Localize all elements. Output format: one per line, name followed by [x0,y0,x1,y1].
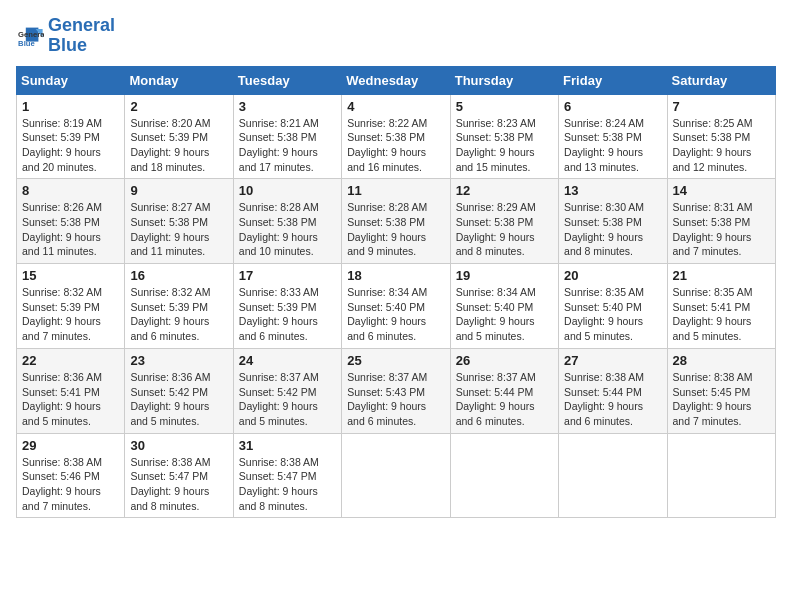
day-number: 21 [673,268,770,283]
header-tuesday: Tuesday [233,66,341,94]
day-info: Sunrise: 8:30 AM Sunset: 5:38 PM Dayligh… [564,200,661,259]
cell-week3-day6: 21 Sunrise: 8:35 AM Sunset: 5:41 PM Dayl… [667,264,775,349]
day-number: 17 [239,268,336,283]
logo-icon: General Blue [16,22,44,50]
cell-week5-day5 [559,433,667,518]
cell-week4-day0: 22 Sunrise: 8:36 AM Sunset: 5:41 PM Dayl… [17,348,125,433]
cell-week4-day5: 27 Sunrise: 8:38 AM Sunset: 5:44 PM Dayl… [559,348,667,433]
day-number: 7 [673,99,770,114]
page-header: General Blue General Blue [16,16,776,56]
header-thursday: Thursday [450,66,558,94]
cell-week3-day1: 16 Sunrise: 8:32 AM Sunset: 5:39 PM Dayl… [125,264,233,349]
day-number: 30 [130,438,227,453]
day-number: 13 [564,183,661,198]
day-info: Sunrise: 8:34 AM Sunset: 5:40 PM Dayligh… [347,285,444,344]
day-info: Sunrise: 8:31 AM Sunset: 5:38 PM Dayligh… [673,200,770,259]
day-info: Sunrise: 8:28 AM Sunset: 5:38 PM Dayligh… [239,200,336,259]
cell-week2-day0: 8 Sunrise: 8:26 AM Sunset: 5:38 PM Dayli… [17,179,125,264]
day-info: Sunrise: 8:21 AM Sunset: 5:38 PM Dayligh… [239,116,336,175]
day-info: Sunrise: 8:28 AM Sunset: 5:38 PM Dayligh… [347,200,444,259]
cell-week1-day5: 6 Sunrise: 8:24 AM Sunset: 5:38 PM Dayli… [559,94,667,179]
cell-week5-day4 [450,433,558,518]
cell-week2-day4: 12 Sunrise: 8:29 AM Sunset: 5:38 PM Dayl… [450,179,558,264]
week-row-2: 8 Sunrise: 8:26 AM Sunset: 5:38 PM Dayli… [17,179,776,264]
header-monday: Monday [125,66,233,94]
cell-week5-day0: 29 Sunrise: 8:38 AM Sunset: 5:46 PM Dayl… [17,433,125,518]
header-wednesday: Wednesday [342,66,450,94]
day-number: 19 [456,268,553,283]
day-info: Sunrise: 8:38 AM Sunset: 5:47 PM Dayligh… [130,455,227,514]
day-info: Sunrise: 8:38 AM Sunset: 5:44 PM Dayligh… [564,370,661,429]
day-info: Sunrise: 8:37 AM Sunset: 5:43 PM Dayligh… [347,370,444,429]
week-row-3: 15 Sunrise: 8:32 AM Sunset: 5:39 PM Dayl… [17,264,776,349]
cell-week2-day5: 13 Sunrise: 8:30 AM Sunset: 5:38 PM Dayl… [559,179,667,264]
day-number: 25 [347,353,444,368]
day-number: 12 [456,183,553,198]
week-row-4: 22 Sunrise: 8:36 AM Sunset: 5:41 PM Dayl… [17,348,776,433]
day-number: 18 [347,268,444,283]
day-info: Sunrise: 8:20 AM Sunset: 5:39 PM Dayligh… [130,116,227,175]
day-info: Sunrise: 8:29 AM Sunset: 5:38 PM Dayligh… [456,200,553,259]
cell-week5-day6 [667,433,775,518]
cell-week3-day3: 18 Sunrise: 8:34 AM Sunset: 5:40 PM Dayl… [342,264,450,349]
day-number: 11 [347,183,444,198]
day-info: Sunrise: 8:19 AM Sunset: 5:39 PM Dayligh… [22,116,119,175]
day-info: Sunrise: 8:38 AM Sunset: 5:47 PM Dayligh… [239,455,336,514]
day-number: 1 [22,99,119,114]
day-number: 29 [22,438,119,453]
cell-week5-day1: 30 Sunrise: 8:38 AM Sunset: 5:47 PM Dayl… [125,433,233,518]
day-number: 27 [564,353,661,368]
day-number: 9 [130,183,227,198]
day-number: 22 [22,353,119,368]
cell-week4-day4: 26 Sunrise: 8:37 AM Sunset: 5:44 PM Dayl… [450,348,558,433]
cell-week4-day2: 24 Sunrise: 8:37 AM Sunset: 5:42 PM Dayl… [233,348,341,433]
day-number: 31 [239,438,336,453]
cell-week3-day0: 15 Sunrise: 8:32 AM Sunset: 5:39 PM Dayl… [17,264,125,349]
week-row-1: 1 Sunrise: 8:19 AM Sunset: 5:39 PM Dayli… [17,94,776,179]
day-number: 10 [239,183,336,198]
day-number: 28 [673,353,770,368]
logo: General Blue General Blue [16,16,115,56]
day-info: Sunrise: 8:36 AM Sunset: 5:41 PM Dayligh… [22,370,119,429]
cell-week1-day6: 7 Sunrise: 8:25 AM Sunset: 5:38 PM Dayli… [667,94,775,179]
day-info: Sunrise: 8:32 AM Sunset: 5:39 PM Dayligh… [22,285,119,344]
day-info: Sunrise: 8:32 AM Sunset: 5:39 PM Dayligh… [130,285,227,344]
day-number: 24 [239,353,336,368]
day-info: Sunrise: 8:23 AM Sunset: 5:38 PM Dayligh… [456,116,553,175]
day-info: Sunrise: 8:35 AM Sunset: 5:41 PM Dayligh… [673,285,770,344]
cell-week2-day2: 10 Sunrise: 8:28 AM Sunset: 5:38 PM Dayl… [233,179,341,264]
cell-week4-day6: 28 Sunrise: 8:38 AM Sunset: 5:45 PM Dayl… [667,348,775,433]
day-number: 16 [130,268,227,283]
day-number: 20 [564,268,661,283]
day-number: 14 [673,183,770,198]
weekday-header-row: SundayMondayTuesdayWednesdayThursdayFrid… [17,66,776,94]
day-info: Sunrise: 8:37 AM Sunset: 5:42 PM Dayligh… [239,370,336,429]
day-number: 26 [456,353,553,368]
svg-text:Blue: Blue [18,39,35,48]
cell-week1-day1: 2 Sunrise: 8:20 AM Sunset: 5:39 PM Dayli… [125,94,233,179]
week-row-5: 29 Sunrise: 8:38 AM Sunset: 5:46 PM Dayl… [17,433,776,518]
day-info: Sunrise: 8:38 AM Sunset: 5:45 PM Dayligh… [673,370,770,429]
cell-week5-day3 [342,433,450,518]
cell-week1-day0: 1 Sunrise: 8:19 AM Sunset: 5:39 PM Dayli… [17,94,125,179]
header-saturday: Saturday [667,66,775,94]
day-number: 5 [456,99,553,114]
cell-week3-day5: 20 Sunrise: 8:35 AM Sunset: 5:40 PM Dayl… [559,264,667,349]
day-info: Sunrise: 8:35 AM Sunset: 5:40 PM Dayligh… [564,285,661,344]
day-info: Sunrise: 8:26 AM Sunset: 5:38 PM Dayligh… [22,200,119,259]
header-sunday: Sunday [17,66,125,94]
day-number: 15 [22,268,119,283]
cell-week1-day2: 3 Sunrise: 8:21 AM Sunset: 5:38 PM Dayli… [233,94,341,179]
cell-week5-day2: 31 Sunrise: 8:38 AM Sunset: 5:47 PM Dayl… [233,433,341,518]
day-info: Sunrise: 8:37 AM Sunset: 5:44 PM Dayligh… [456,370,553,429]
svg-text:General: General [18,30,44,39]
day-info: Sunrise: 8:24 AM Sunset: 5:38 PM Dayligh… [564,116,661,175]
day-info: Sunrise: 8:38 AM Sunset: 5:46 PM Dayligh… [22,455,119,514]
cell-week3-day2: 17 Sunrise: 8:33 AM Sunset: 5:39 PM Dayl… [233,264,341,349]
cell-week3-day4: 19 Sunrise: 8:34 AM Sunset: 5:40 PM Dayl… [450,264,558,349]
header-friday: Friday [559,66,667,94]
calendar-table: SundayMondayTuesdayWednesdayThursdayFrid… [16,66,776,519]
day-info: Sunrise: 8:27 AM Sunset: 5:38 PM Dayligh… [130,200,227,259]
day-info: Sunrise: 8:33 AM Sunset: 5:39 PM Dayligh… [239,285,336,344]
day-number: 2 [130,99,227,114]
